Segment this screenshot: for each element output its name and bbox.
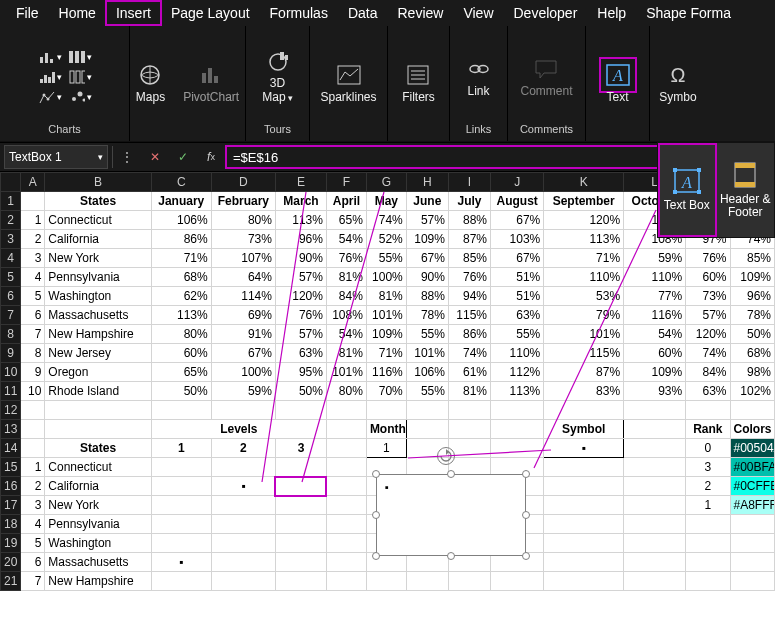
cell[interactable]: 110% (544, 268, 624, 287)
row-header[interactable]: 6 (1, 287, 21, 306)
cell[interactable] (275, 458, 326, 477)
cell[interactable]: 1 (151, 439, 211, 458)
cell[interactable] (406, 420, 448, 439)
cell[interactable]: 61% (448, 363, 490, 382)
cell[interactable] (624, 534, 686, 553)
menu-insert[interactable]: Insert (106, 1, 161, 25)
sparklines-button[interactable]: Sparklines (314, 58, 382, 108)
cell[interactable]: 81% (366, 287, 406, 306)
text-box-button[interactable]: A Text Box (658, 143, 717, 237)
menu-file[interactable]: File (6, 1, 49, 25)
cell[interactable]: 106% (406, 363, 448, 382)
cell[interactable]: 95% (275, 363, 326, 382)
cell[interactable] (448, 420, 490, 439)
cell[interactable]: Rank (686, 420, 730, 439)
cell[interactable]: 74% (686, 344, 730, 363)
cell[interactable]: Rhode Island (45, 382, 151, 401)
cell[interactable]: 81% (326, 344, 366, 363)
cell[interactable] (151, 401, 211, 420)
menu-data[interactable]: Data (338, 1, 388, 25)
row-header[interactable]: 10 (1, 363, 21, 382)
cell[interactable]: 67% (491, 249, 544, 268)
cell[interactable]: 76% (326, 249, 366, 268)
cell[interactable] (544, 496, 624, 515)
cell[interactable]: 2 (686, 477, 730, 496)
cell[interactable]: 7 (20, 572, 44, 591)
cell[interactable]: 80% (326, 382, 366, 401)
cell[interactable]: 86% (151, 230, 211, 249)
cell[interactable]: 96% (730, 287, 774, 306)
col-header-E[interactable]: E (275, 173, 326, 192)
cell[interactable] (45, 401, 151, 420)
cell[interactable]: 87% (544, 363, 624, 382)
cell[interactable]: Connecticut (45, 211, 151, 230)
cell[interactable] (406, 401, 448, 420)
cell[interactable]: Washington (45, 534, 151, 553)
cell[interactable]: Levels (151, 420, 326, 439)
resize-handle-ne[interactable] (522, 470, 530, 478)
cell[interactable]: 81% (448, 382, 490, 401)
cell[interactable]: 76% (448, 268, 490, 287)
cell[interactable]: 55% (406, 382, 448, 401)
cell[interactable]: New Hampshire (45, 325, 151, 344)
cell[interactable] (326, 534, 366, 553)
cell[interactable]: 52% (366, 230, 406, 249)
cell[interactable]: Pennsylvania (45, 268, 151, 287)
cell[interactable]: 113% (491, 382, 544, 401)
cell[interactable] (491, 572, 544, 591)
cell[interactable]: 120% (544, 211, 624, 230)
cell[interactable]: 59% (624, 249, 686, 268)
cell[interactable]: April (326, 192, 366, 211)
cell[interactable]: 110% (624, 268, 686, 287)
textbox-shape[interactable]: ▪ (376, 474, 526, 556)
row-header[interactable]: 9 (1, 344, 21, 363)
cell[interactable] (544, 515, 624, 534)
text-button[interactable]: A Text (598, 58, 638, 108)
cell[interactable] (20, 439, 44, 458)
resize-handle-nw[interactable] (372, 470, 380, 478)
cell[interactable] (151, 572, 211, 591)
cell[interactable]: 3 (20, 496, 44, 515)
cell[interactable]: 67% (491, 211, 544, 230)
cell[interactable] (686, 553, 730, 572)
cell[interactable]: 60% (624, 344, 686, 363)
cell[interactable]: 98% (730, 363, 774, 382)
cell[interactable]: January (151, 192, 211, 211)
cell[interactable]: 90% (275, 249, 326, 268)
cell[interactable]: ▪ (151, 553, 211, 572)
cell[interactable]: 87% (448, 230, 490, 249)
cell[interactable]: 107% (211, 249, 275, 268)
menu-view[interactable]: View (453, 1, 503, 25)
cell[interactable] (730, 515, 774, 534)
cell[interactable] (686, 572, 730, 591)
cell[interactable]: 50% (730, 325, 774, 344)
cell[interactable] (211, 458, 275, 477)
cell[interactable]: June (406, 192, 448, 211)
cell[interactable]: 51% (491, 268, 544, 287)
cell[interactable] (326, 401, 366, 420)
cell[interactable]: 64% (211, 268, 275, 287)
cell[interactable]: 115% (544, 344, 624, 363)
row-header[interactable]: 7 (1, 306, 21, 325)
cell[interactable]: 1 (686, 496, 730, 515)
row-header[interactable]: 13 (1, 420, 21, 439)
cell[interactable]: 0 (686, 439, 730, 458)
cell[interactable]: 57% (275, 325, 326, 344)
cell[interactable]: 116% (366, 363, 406, 382)
cell[interactable]: May (366, 192, 406, 211)
resize-handle-e[interactable] (522, 511, 530, 519)
row-header[interactable]: 1 (1, 192, 21, 211)
cell[interactable]: 5 (20, 534, 44, 553)
cell[interactable]: New York (45, 496, 151, 515)
cell[interactable]: 109% (406, 230, 448, 249)
row-header[interactable]: 17 (1, 496, 21, 515)
cell[interactable] (211, 496, 275, 515)
cell[interactable]: 114% (211, 287, 275, 306)
cell[interactable]: 51% (491, 287, 544, 306)
cell[interactable]: 54% (326, 230, 366, 249)
col-header-row[interactable] (1, 173, 21, 192)
cell[interactable]: California (45, 477, 151, 496)
name-box[interactable]: TextBox 1 ▾ (4, 145, 108, 169)
cell[interactable]: 71% (366, 344, 406, 363)
cell[interactable]: 68% (730, 344, 774, 363)
